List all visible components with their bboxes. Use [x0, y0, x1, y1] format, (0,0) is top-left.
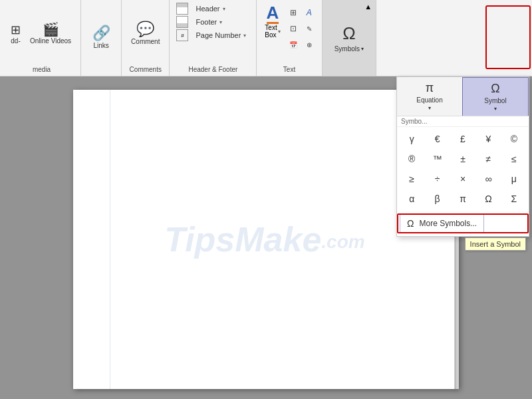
footer-button[interactable]: Footer ▾ — [192, 17, 225, 27]
links-icon: 🔗 — [92, 26, 110, 41]
symbol-multiply[interactable]: × — [451, 170, 475, 188]
comment-button[interactable]: 💬 Comment — [127, 19, 164, 48]
page-number-dropdown-arrow: ▾ — [243, 33, 246, 39]
omega-icon: Ω — [342, 23, 355, 44]
object-button[interactable]: ⊕ — [302, 37, 317, 52]
wordart-icon: A — [307, 8, 312, 17]
more-symbols-omega-icon: Ω — [407, 218, 414, 229]
symbols-button[interactable]: Ω Symbols ▾ — [328, 19, 370, 57]
media-label: media — [3, 65, 80, 76]
page-number-icon: # — [176, 29, 188, 41]
links-button[interactable]: 🔗 Links — [86, 23, 116, 52]
symbol-registered[interactable]: ® — [400, 150, 424, 168]
insert-symbol-tooltip: Insert a Symbol — [465, 237, 526, 251]
online-videos-icon: 🎬 — [43, 23, 59, 36]
footer-icon — [176, 16, 188, 28]
symbol-pi[interactable]: π — [451, 190, 475, 208]
symbol-pound[interactable]: £ — [451, 130, 475, 148]
watermark: TipsMake.com — [164, 219, 364, 259]
online-videos-button[interactable]: 🎬 Online Videos — [26, 20, 75, 48]
symbol-notequal[interactable]: ≠ — [476, 150, 500, 168]
symbol-copyright[interactable]: © — [502, 130, 526, 148]
symbol-omega[interactable]: Ω — [476, 190, 500, 208]
symbol-alpha[interactable]: α — [400, 190, 424, 208]
comments-group: 💬 Comment Comments — [122, 0, 170, 76]
signature-button[interactable]: ✎ — [302, 21, 317, 36]
comment-icon: 💬 — [136, 22, 154, 37]
symbol-yen[interactable]: ¥ — [476, 130, 500, 148]
symbols-group: ▲ Ω Symbols ▾ — [323, 0, 376, 76]
symbol-header-button[interactable]: Ω Symbol ▾ — [462, 77, 529, 116]
symbol-divide[interactable]: ÷ — [425, 170, 449, 188]
text-group: A TextBox ▾ ⊞ — [257, 0, 322, 76]
header-button[interactable]: Header ▾ — [192, 3, 228, 14]
links-group: 🔗 Links — [81, 0, 122, 76]
quick-parts-button[interactable]: ⊞ — [286, 5, 301, 20]
media-group: ⊞ dd- 🎬 Online Videos media — [3, 0, 81, 76]
wordart-button[interactable]: A — [302, 5, 317, 20]
symbol-sigma[interactable]: Σ — [502, 190, 526, 208]
symbol-header-row: π Equation ▾ Ω Symbol ▾ — [397, 77, 529, 116]
symbol-section-label: Symbo... — [397, 116, 529, 127]
page-number-button[interactable]: Page Number ▾ — [192, 30, 249, 41]
textbox-dropdown-arrow: ▾ — [278, 29, 281, 35]
dropcap-icon: ⊡ — [290, 24, 297, 33]
text-group-label: Text — [257, 65, 321, 76]
symbol-mu[interactable]: μ — [502, 170, 526, 188]
symbol-plusminus[interactable]: ± — [451, 150, 475, 168]
symbols-label — [323, 72, 376, 76]
quick-parts-icon: ⊞ — [290, 8, 297, 17]
symbol-beta[interactable]: β — [425, 190, 449, 208]
signature-icon: ✎ — [307, 25, 312, 33]
symbols-dropdown: π Equation ▾ Ω Symbol ▾ Symbo... γ € £ ¥… — [396, 76, 529, 237]
add-button[interactable]: ⊞ dd- — [8, 21, 23, 46]
omega-header-icon: Ω — [491, 82, 499, 96]
date-time-icon: 📅 — [289, 41, 297, 49]
dropcap-button[interactable]: ⊡ — [286, 21, 301, 36]
header-dropdown-arrow: ▾ — [223, 6, 225, 12]
symbols-dropdown-arrow: ▾ — [361, 46, 364, 52]
symbol-gamma[interactable]: γ — [400, 130, 424, 148]
symbol-leq[interactable]: ≤ — [502, 150, 526, 168]
more-symbols-button[interactable]: Ω More Symbols... — [400, 213, 484, 233]
object-icon: ⊕ — [307, 41, 312, 49]
comments-label: Comments — [122, 65, 169, 76]
more-symbols-label: More Symbols... — [419, 219, 477, 228]
header-footer-group: Header ▾ Footer ▾ # — [170, 0, 257, 76]
symbol-infinity[interactable]: ∞ — [476, 170, 500, 188]
header-footer-label: Header & Footer — [170, 65, 256, 76]
text-box-button[interactable]: A TextBox ▾ — [262, 3, 283, 40]
header-icon — [176, 3, 188, 15]
symbol-trademark[interactable]: ™ — [425, 150, 449, 168]
equation-button[interactable]: π Equation ▾ — [397, 77, 462, 116]
symbol-euro[interactable]: € — [425, 130, 449, 148]
date-time-button[interactable]: 📅 — [286, 37, 301, 52]
footer-dropdown-arrow: ▾ — [219, 19, 222, 25]
ribbon: ⊞ dd- 🎬 Online Videos media 🔗 Links — [0, 0, 532, 76]
doc-left-margin-line — [110, 90, 110, 389]
text-box-icon: A — [267, 4, 279, 24]
collapse-arrow[interactable]: ▲ — [364, 3, 372, 11]
symbol-grid: γ € £ ¥ © ® ™ ± ≠ ≤ ≥ ÷ × ∞ μ α β π Ω Σ — [397, 127, 529, 211]
symbol-geq[interactable]: ≥ — [400, 170, 424, 188]
pi-icon: π — [426, 81, 434, 95]
